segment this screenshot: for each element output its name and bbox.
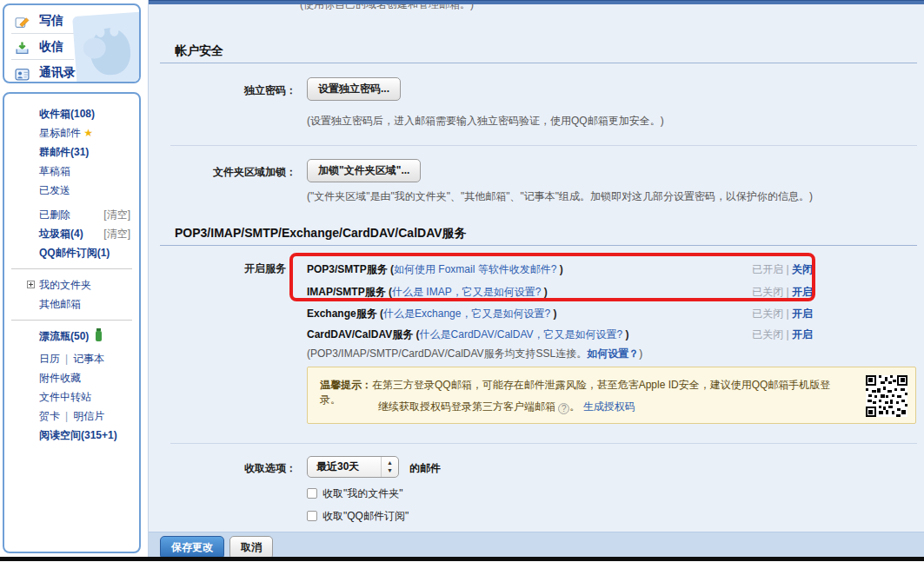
paren: ( — [388, 263, 394, 275]
notebook-link[interactable]: 记事本 — [73, 353, 104, 365]
service-row-imap: IMAP/SMTP服务 (什么是 IMAP，它又是如何设置? ) 已关闭 | 开… — [307, 283, 813, 301]
close-service-link[interactable]: 关闭 — [792, 263, 813, 275]
ssl-help-link[interactable]: 如何设置？ — [587, 347, 639, 360]
service-status: 已关闭 | 开启 — [752, 327, 813, 342]
separator: | — [787, 286, 789, 298]
service-text: CardDAV/CalDAV服务 (什么是CardDAV/CalDAV，它又是如… — [307, 327, 629, 342]
divider — [11, 268, 132, 269]
sidebar-item-reading-space[interactable]: 阅读空间(315+1) — [4, 426, 139, 445]
service-name: Exchange服务 — [307, 307, 377, 320]
my-folders-checkbox[interactable] — [307, 488, 317, 499]
warning-line2: 继续获取授权码登录第三方客户端邮箱 ?。 生成授权码 — [378, 400, 635, 414]
paren: ) — [556, 263, 562, 275]
help-icon[interactable]: ? — [558, 403, 569, 414]
password-label: 独立密码： — [149, 83, 296, 98]
open-service-link[interactable]: 开启 — [792, 328, 813, 341]
footer-bar: 保存更改 取消 — [149, 532, 924, 557]
receive-label: 收信 — [39, 39, 63, 53]
my-folders-label: 我的文件夹 — [39, 279, 91, 291]
status-text: 已关闭 — [752, 286, 783, 298]
compose-icon — [15, 13, 30, 28]
separator: | — [787, 263, 789, 275]
checkbox-label: 收取"我的文件夹" — [322, 486, 403, 501]
sidebar-item-bottle[interactable]: 漂流瓶(50) — [4, 327, 139, 346]
sidebar-folders-box: 收件箱(108) 星标邮件 ★ 群邮件(31) 草稿箱 已发送 已删除 [清空]… — [3, 92, 141, 553]
service-row-pop3: POP3/SMTP服务 (如何使用 Foxmail 等软件收发邮件? ) 已开启… — [307, 261, 813, 278]
spam-label: 垃圾箱(4) — [39, 228, 83, 240]
compose-label: 写信 — [39, 13, 63, 27]
separator: | — [787, 307, 789, 320]
open-service-link[interactable]: 开启 — [792, 307, 813, 320]
starred-label: 星标邮件 — [39, 127, 81, 139]
subscription-checkbox[interactable] — [307, 511, 317, 521]
save-button[interactable]: 保存更改 — [160, 536, 224, 559]
deleted-label: 已删除 — [39, 208, 70, 221]
service-help-link[interactable]: 如何使用 Foxmail 等软件收发邮件? — [394, 263, 556, 275]
sidebar: 写信 收信 通讯录 收件箱(108) 星标邮件 ★ 群邮件(31) 草稿箱 已发… — [0, 0, 144, 562]
sidebar-item-deleted[interactable]: 已删除 [清空] — [4, 205, 139, 224]
fetch-range-select[interactable]: 最近30天 ▲▼ — [307, 456, 399, 478]
sidebar-item-spam[interactable]: 垃圾箱(4) [清空] — [4, 224, 139, 243]
fetch-options-label: 收取选项： — [149, 461, 296, 476]
set-password-button[interactable]: 设置独立密码... — [307, 77, 401, 101]
folder-lock-label: 文件夹区域加锁： — [149, 165, 296, 180]
lock-folders-button[interactable]: 加锁"文件夹区域"... — [307, 159, 421, 182]
sidebar-item-sent[interactable]: 已发送 — [4, 181, 139, 200]
section-underline — [160, 63, 917, 63]
service-status: 已关闭 | 开启 — [752, 285, 813, 300]
empty-spam-link[interactable]: [清空] — [103, 224, 130, 243]
divider — [11, 320, 132, 321]
sidebar-item-group-mail[interactable]: 群邮件(31) — [4, 142, 139, 162]
warning-lead: 温馨提示： — [320, 379, 372, 391]
sidebar-item-my-folders[interactable]: 我的文件夹 — [4, 275, 139, 294]
sidebar-item-inbox[interactable]: 收件箱(108) — [4, 104, 139, 123]
period: 。 — [569, 400, 580, 413]
ssl-note: (POP3/IMAP/SMTP/CardDAV/CalDAV服务均支持SSL连接… — [307, 347, 642, 361]
sidebar-item-attachments[interactable]: 附件收藏 — [4, 368, 139, 387]
sidebar-item-starred[interactable]: 星标邮件 ★ — [4, 123, 139, 142]
enable-services-label: 开启服务： — [149, 261, 296, 276]
status-text: 已关闭 — [752, 328, 783, 341]
service-name: IMAP/SMTP服务 — [307, 286, 386, 298]
settings-main-panel: (使用你自己的域名创建和管理邮箱。) 帐户安全 独立密码： 设置独立密码... … — [148, 0, 924, 557]
sidebar-item-drafts[interactable]: 草稿箱 — [4, 162, 139, 181]
paren: ) — [541, 286, 547, 298]
paren: ( — [386, 286, 392, 298]
generate-auth-code-link[interactable]: 生成授权码 — [583, 400, 635, 413]
sidebar-item-subscription[interactable]: QQ邮件订阅(1) — [4, 243, 139, 262]
section-underline — [160, 245, 917, 246]
divider — [170, 443, 917, 444]
sidebar-item-other-mail[interactable]: 其他邮箱 — [4, 294, 139, 314]
expand-icon[interactable] — [27, 281, 35, 288]
open-service-link[interactable]: 开启 — [792, 286, 813, 298]
paren: ( — [413, 328, 419, 341]
ssl-note-text: (POP3/IMAP/SMTP/CardDAV/CalDAV服务均支持SSL连接… — [307, 347, 587, 360]
service-row-carddav: CardDAV/CalDAV服务 (什么是CardDAV/CalDAV，它又是如… — [307, 326, 813, 343]
sidebar-actions-box: 写信 收信 通讯录 — [3, 3, 141, 83]
service-name: CardDAV/CalDAV服务 — [307, 328, 413, 341]
paren: ) — [622, 328, 628, 341]
postcard-link[interactable]: 明信片 — [73, 410, 104, 422]
folder-lock-description: ("文件夹区域"是由"我的文件夹"、"其他邮箱"、"记事本"组成。加锁即对这几部… — [307, 189, 813, 204]
service-status: 已开启 | 关闭 — [752, 262, 813, 277]
bottle-label: 漂流瓶(50) — [39, 330, 89, 342]
ssl-note-close: ) — [639, 347, 642, 360]
receive-button[interactable]: 收信 — [4, 34, 139, 59]
contacts-label: 通讯录 — [39, 65, 76, 79]
warning-box: 温馨提示：在第三方登录QQ邮箱，可能存在邮件泄露风险，甚至危害Apple ID安… — [307, 367, 916, 424]
service-help-link[interactable]: 什么是CardDAV/CalDAV，它又是如何设置? — [420, 328, 623, 341]
empty-deleted-link[interactable]: [清空] — [103, 205, 130, 224]
sidebar-item-file-transfer[interactable]: 文件中转站 — [4, 387, 139, 407]
star-icon: ★ — [83, 127, 93, 139]
compose-button[interactable]: 写信 — [4, 8, 139, 33]
service-help-link[interactable]: 什么是Exchange，它又是如何设置? — [383, 307, 550, 320]
cancel-button[interactable]: 取消 — [229, 536, 273, 559]
service-row-exchange: Exchange服务 (什么是Exchange，它又是如何设置? ) 已关闭 |… — [307, 305, 813, 322]
service-help-link[interactable]: 什么是 IMAP，它又是如何设置? — [392, 286, 541, 298]
status-text: 已开启 — [752, 263, 783, 275]
sidebar-item-cards: 贺卡|明信片 — [4, 407, 139, 426]
contacts-button[interactable]: 通讯录 — [4, 60, 139, 83]
paren: ( — [377, 307, 383, 320]
calendar-link[interactable]: 日历 — [39, 353, 60, 365]
greeting-card-link[interactable]: 贺卡 — [39, 410, 60, 422]
